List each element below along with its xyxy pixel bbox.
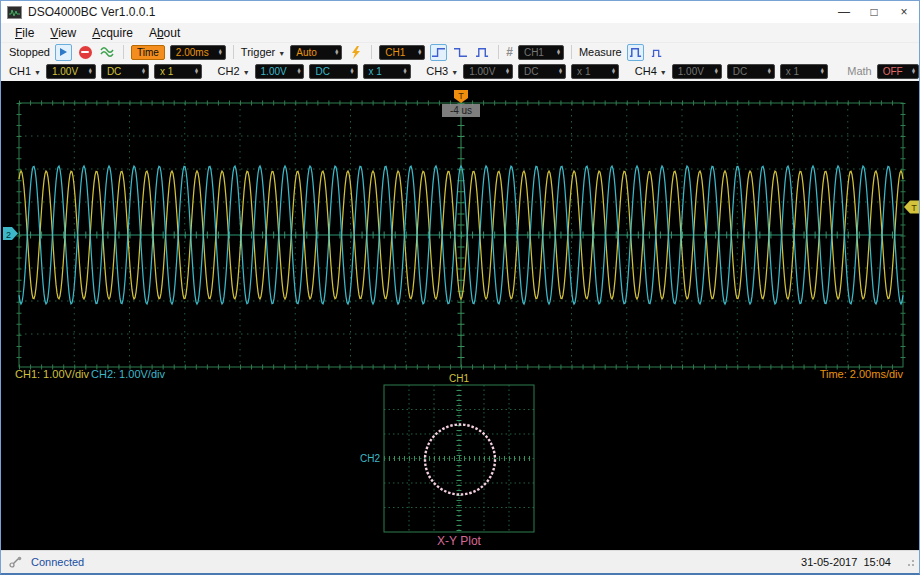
close-button[interactable]: × <box>889 2 919 23</box>
ch2-label[interactable]: CH2▼ <box>218 65 250 77</box>
stop-button[interactable] <box>77 44 94 61</box>
dropdown-chevron-icon: ▴▾ <box>821 68 824 74</box>
maximize-button[interactable]: □ <box>859 2 889 23</box>
dropdown-chevron-icon: ▴▾ <box>89 68 92 74</box>
ch1-readout: CH1: 1.00V/div <box>15 368 89 380</box>
app-icon <box>7 6 22 19</box>
timebase-dropdown[interactable]: 2.00ms ▴▾ <box>170 45 226 60</box>
channel-toolbar: CH1▼ 1.00V▴▾ DC▴▾ x 1▴▾ CH2▼ 1.00V▴▾ DC▴… <box>1 61 919 81</box>
ch3-volts-dropdown[interactable]: 1.00V▴▾ <box>463 64 513 79</box>
menu-about[interactable]: About <box>141 26 188 40</box>
ch4-coupling-dropdown[interactable]: DC▴▾ <box>727 64 775 79</box>
ch2-probe-dropdown[interactable]: x 1▴▾ <box>363 64 411 79</box>
ch3-label[interactable]: CH3▼ <box>426 65 458 77</box>
force-trigger-button[interactable] <box>347 44 364 61</box>
autoset-button[interactable] <box>99 44 116 61</box>
status-bar: Connected 31-05-2017 15:04 <box>1 550 919 573</box>
ch1-volts-dropdown[interactable]: 1.00V▴▾ <box>46 64 96 79</box>
dropdown-chevron-icon: ▴▾ <box>195 68 198 74</box>
run-status-label: Stopped <box>9 46 50 58</box>
ch2-marker-label: 2 <box>6 230 11 240</box>
dropdown-chevron-icon: ▴▾ <box>142 68 145 74</box>
ch2-coupling-dropdown[interactable]: DC▴▾ <box>309 64 357 79</box>
dropdown-chevron-icon: ▴▾ <box>559 68 562 74</box>
math-label: Math <box>847 65 871 77</box>
scope-display: T -4 us 2 T CH1: 1.00V/div CH2: 1.00V/di… <box>1 81 919 550</box>
trigger-label[interactable]: Trigger▼ <box>241 46 285 58</box>
window-title: DSO4000BC Ver1.0.0.1 <box>28 5 155 19</box>
chevron-down-icon: ▼ <box>243 69 250 76</box>
ch1-probe-dropdown[interactable]: x 1▴▾ <box>154 64 202 79</box>
menu-acquire[interactable]: Acquire <box>84 26 141 40</box>
datetime-label: 31-05-2017 15:04 <box>801 556 891 568</box>
trigger-flag-letter: T <box>458 91 464 101</box>
ch2-volts-dropdown[interactable]: 1.00V▴▾ <box>255 64 305 79</box>
pulse-icon <box>475 46 490 59</box>
title-bar: DSO4000BC Ver1.0.0.1 — □ × <box>1 1 919 23</box>
dropdown-chevron-icon: ▴▾ <box>297 68 300 74</box>
menu-file[interactable]: File <box>7 26 42 40</box>
dropdown-chevron-icon: ▴▾ <box>715 68 718 74</box>
wave-icon <box>100 46 115 58</box>
xy-plot-title: X-Y Plot <box>437 534 481 548</box>
ch1-coupling-dropdown[interactable]: DC▴▾ <box>101 64 149 79</box>
ch1-label[interactable]: CH1▼ <box>9 65 41 77</box>
menu-view[interactable]: View <box>42 26 84 40</box>
run-button[interactable] <box>55 44 72 61</box>
trigger-level-letter: T <box>911 203 917 213</box>
dropdown-chevron-icon: ▴▾ <box>557 49 560 55</box>
rising-edge-icon <box>431 46 446 59</box>
main-toolbar: Stopped Time 2.00ms ▴▾ Trigger▼ Auto ▴▾ … <box>1 43 919 61</box>
alt-source-dropdown[interactable]: CH1 ▴▾ <box>518 45 564 60</box>
measure-pulse-button[interactable] <box>627 44 644 61</box>
minimize-button[interactable]: — <box>829 2 859 23</box>
menu-bar: File View Acquire About <box>1 23 919 43</box>
time-readout: Time: 2.00ms/div <box>820 368 904 380</box>
stop-icon <box>79 46 92 59</box>
dropdown-chevron-icon: ▴▾ <box>418 49 421 55</box>
scope-canvas: T -4 us 2 T CH1: 1.00V/div CH2: 1.00V/di… <box>1 81 920 550</box>
cursor-grid-icon: # <box>506 45 513 59</box>
connection-icon <box>9 556 23 568</box>
math-dropdown[interactable]: OFF▴▾ <box>877 64 919 79</box>
pulse-trigger-button[interactable] <box>474 44 491 61</box>
dropdown-chevron-icon: ▴▾ <box>506 68 509 74</box>
rising-edge-button[interactable] <box>430 44 447 61</box>
dropdown-chevron-icon: ▴▾ <box>612 68 615 74</box>
xy-y-label: CH2 <box>360 453 380 464</box>
dropdown-chevron-icon: ▴▾ <box>219 49 222 55</box>
ch3-coupling-dropdown[interactable]: DC▴▾ <box>518 64 566 79</box>
trigger-mode-dropdown[interactable]: Auto ▴▾ <box>290 45 342 60</box>
measure-pulse2-button[interactable] <box>649 44 666 61</box>
chevron-down-icon: ▼ <box>451 69 458 76</box>
ch4-probe-dropdown[interactable]: x 1▴▾ <box>780 64 828 79</box>
app-window: DSO4000BC Ver1.0.0.1 — □ × File View Acq… <box>0 0 920 575</box>
dropdown-chevron-icon: ▴▾ <box>768 68 771 74</box>
play-icon <box>58 47 68 57</box>
xy-x-label: CH1 <box>449 373 469 384</box>
dropdown-chevron-icon: ▴▾ <box>912 68 915 74</box>
measure-pulse-icon <box>629 46 642 59</box>
ch4-volts-dropdown[interactable]: 1.00V▴▾ <box>672 64 722 79</box>
ch2-readout: CH2: 1.00V/div <box>91 368 165 380</box>
chevron-down-icon: ▼ <box>34 69 41 76</box>
lightning-icon <box>351 46 361 59</box>
falling-edge-button[interactable] <box>452 44 469 61</box>
measure-label[interactable]: Measure <box>579 46 622 58</box>
chevron-down-icon: ▼ <box>660 69 667 76</box>
dropdown-chevron-icon: ▴▾ <box>335 49 338 55</box>
falling-edge-icon <box>453 46 468 59</box>
chevron-down-icon: ▼ <box>278 50 285 57</box>
trigger-source-dropdown[interactable]: CH1 ▴▾ <box>379 45 425 60</box>
dropdown-chevron-icon: ▴▾ <box>404 68 407 74</box>
ch4-label[interactable]: CH4▼ <box>635 65 667 77</box>
measure-pulse2-icon <box>651 46 663 58</box>
time-mode-button[interactable]: Time <box>131 45 165 60</box>
trigger-time-label: -4 us <box>450 105 472 116</box>
ch3-probe-dropdown[interactable]: x 1▴▾ <box>571 64 619 79</box>
dropdown-chevron-icon: ▴▾ <box>350 68 353 74</box>
resize-grip[interactable] <box>905 557 915 567</box>
connection-status: Connected <box>31 556 84 568</box>
